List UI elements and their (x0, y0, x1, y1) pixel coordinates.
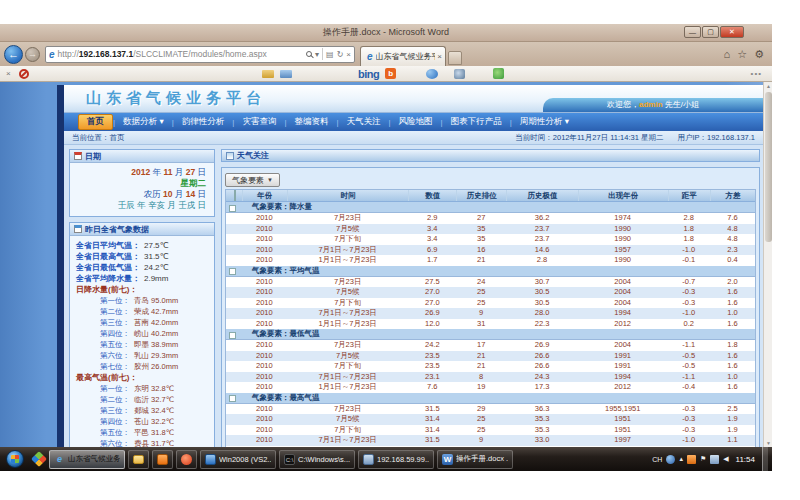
tray-expand-icon[interactable]: ▴ (679, 455, 683, 463)
home-icon[interactable]: ⌂ (724, 48, 731, 61)
table-cell: 7.6 (408, 382, 456, 393)
table-row[interactable]: 20107月下旬23.52126.61991-0.51.6 (226, 361, 755, 372)
show-desktop-button[interactable] (762, 447, 768, 471)
table-row[interactable]: 20107月5候31.42535.31951-0.31.9 (226, 414, 755, 425)
mail-icon[interactable] (280, 70, 292, 78)
group-row[interactable]: 气象要素：降水量 (226, 202, 755, 213)
group-row[interactable]: 气象要素：平均气温 (226, 266, 755, 277)
toolbar-close-icon[interactable]: × (6, 69, 11, 78)
table-row[interactable]: 20101月1日～7月23日12.03122.320120.21.6 (226, 319, 755, 330)
group-checkbox[interactable] (229, 268, 236, 275)
nav-item-1[interactable]: 首页 (78, 114, 113, 130)
table-cell: 31.5 (408, 435, 456, 446)
table-cell: -1.0 (668, 245, 710, 256)
minimize-button[interactable]: — (684, 26, 701, 38)
tools-gear-icon[interactable]: ⚙ (754, 48, 764, 61)
table-cell: 2010 (242, 382, 287, 393)
group-checkbox[interactable] (229, 332, 236, 339)
nav-item-7[interactable]: 风险地图 (391, 115, 441, 129)
table-row[interactable]: 20107月23日2.92736.219742.87.6 (226, 213, 755, 224)
table-cell: 7月下旬 (287, 361, 409, 372)
scroll-down-icon[interactable]: ▼ (764, 440, 772, 446)
address-bar[interactable]: e http://192.168.137.1/SLCCLIMATE/module… (45, 46, 355, 63)
url-text[interactable]: http://192.168.137.1/SLCCLIMATE/modules/… (58, 49, 303, 59)
nav-item-3[interactable]: 韵律性分析 (174, 115, 233, 129)
table-cell: 7月下旬 (287, 234, 409, 245)
forward-button[interactable]: → (25, 47, 40, 62)
tray-update-icon[interactable] (687, 455, 696, 464)
network-icon[interactable] (710, 455, 719, 464)
main-column: 天气关注 气象要素 ▼ 年份时间数值历史排位历史极值出现年份距平方差气象要素：降… (221, 149, 760, 447)
favorites-star-icon[interactable]: ☆ (737, 48, 747, 61)
nav-item-2[interactable]: 数据分析 ▾ (115, 115, 172, 129)
action-center-flag-icon[interactable]: ⚑ (700, 455, 706, 463)
group-row[interactable]: 气象要素：最低气温 (226, 329, 755, 340)
new-tab-button[interactable] (448, 51, 462, 65)
scrollbar-thumb[interactable] (765, 92, 772, 242)
back-button[interactable]: ← (4, 45, 23, 64)
search-dropdown-icon[interactable]: ▾ (315, 50, 319, 59)
volume-icon[interactable]: ◀ (723, 455, 728, 463)
table-row[interactable]: 20107月1日～7月23日26.9928.01994-1.01.0 (226, 308, 755, 319)
taskbar-button-media[interactable] (176, 450, 197, 469)
taskbar-button-ie[interactable]: e山东省气候业务平... (49, 450, 125, 469)
nav-item-5[interactable]: 整编资料 (286, 115, 336, 129)
vertical-scrollbar[interactable]: ▲ ▼ (763, 82, 772, 447)
compatibility-view-icon[interactable]: ▤ (326, 50, 334, 59)
bing-logo[interactable]: bing (358, 68, 379, 80)
scroll-up-icon[interactable]: ▲ (764, 83, 772, 89)
start-button[interactable] (6, 450, 24, 468)
table-cell: 2010 (242, 245, 287, 256)
group-checkbox[interactable] (229, 205, 236, 212)
table-row[interactable]: 20107月1日～7月23日31.5933.01997-1.01.1 (226, 435, 755, 446)
taskbar-button-cmd[interactable]: C:\C:\Windows\s... (279, 450, 355, 469)
table-row[interactable]: 20107月下旬31.42535.31951-0.31.9 (226, 425, 755, 436)
maximize-button[interactable]: ▢ (702, 26, 719, 38)
table-row[interactable]: 20107月23日27.52430.72004-0.72.0 (226, 277, 755, 288)
toolbar-more-icon[interactable]: ••• (751, 69, 762, 78)
clock[interactable]: 11:54 (736, 455, 755, 464)
table-row[interactable]: 20107月5候27.02530.52004-0.31.6 (226, 287, 755, 298)
group-row[interactable]: 气象要素：最高气温 (226, 393, 755, 404)
wallet-icon[interactable] (262, 70, 274, 78)
table-cell: 1974 (578, 213, 668, 224)
table-row[interactable]: 20107月1日～7月23日6.91614.61957-1.02.3 (226, 245, 755, 256)
table-row[interactable]: 20107月下旬27.02530.52004-0.31.6 (226, 298, 755, 309)
taskbar-button-window[interactable]: Win2008 (VS2... (200, 450, 276, 469)
table-cell: 31.4 (408, 414, 456, 425)
tray-app-icon[interactable] (666, 455, 675, 464)
taskbar-button-word[interactable]: W操作手册.docx ... (437, 450, 513, 469)
camera-icon[interactable] (454, 69, 465, 79)
close-button[interactable]: ✕ (720, 26, 744, 38)
stop-icon[interactable]: × (346, 50, 351, 59)
nav-item-9[interactable]: 周期性分析 ▾ (512, 115, 577, 129)
table-row[interactable]: 20107月5候3.43523.719901.84.8 (226, 224, 755, 235)
plugin-icon[interactable] (493, 68, 504, 79)
taskbar-button-folder[interactable] (128, 450, 149, 469)
browser-tab[interactable]: e 山东省气候业务平... × (360, 46, 446, 66)
language-indicator[interactable]: CH (652, 456, 662, 463)
nav-item-8[interactable]: 图表下行产品 (443, 115, 510, 129)
element-filter-button[interactable]: 气象要素 ▼ (225, 173, 280, 187)
search-icon[interactable] (306, 51, 312, 57)
refresh-icon[interactable]: ↻ (337, 50, 344, 59)
messenger-icon[interactable] (426, 69, 438, 79)
table-row[interactable]: 20107月下旬3.43523.719901.84.8 (226, 234, 755, 245)
table-row[interactable]: 20101月1日～7月23日7.61917.32012-0.41.6 (226, 382, 755, 393)
table-row[interactable]: 20107月1日～7月23日23.1824.31994-1.11.0 (226, 372, 755, 383)
taskbar-button-remote[interactable]: 192.168.59.99... (358, 450, 434, 469)
bing-icon[interactable]: b (385, 68, 396, 79)
group-checkbox[interactable] (229, 395, 236, 402)
table-row[interactable]: 20101月1日～7月23日1.7212.81990-0.10.4 (226, 255, 755, 266)
nav-item-4[interactable]: 灾害查询 (234, 115, 284, 129)
pinned-app-icon[interactable] (31, 451, 47, 467)
nav-item-6[interactable]: 天气关注 (339, 115, 389, 129)
table-row[interactable]: 20107月23日24.21726.92004-1.11.8 (226, 340, 755, 351)
tab-close-icon[interactable]: × (437, 52, 442, 61)
tab-title[interactable]: 山东省气候业务平... (376, 51, 436, 62)
select-all-checkbox[interactable] (234, 190, 236, 201)
table-cell: -0.3 (668, 425, 710, 436)
table-row[interactable]: 20107月23日31.52936.31955,1951-0.32.5 (226, 404, 755, 415)
table-row[interactable]: 20107月5候23.52126.61991-0.51.6 (226, 351, 755, 362)
taskbar-button-orangeapp[interactable] (152, 450, 173, 469)
